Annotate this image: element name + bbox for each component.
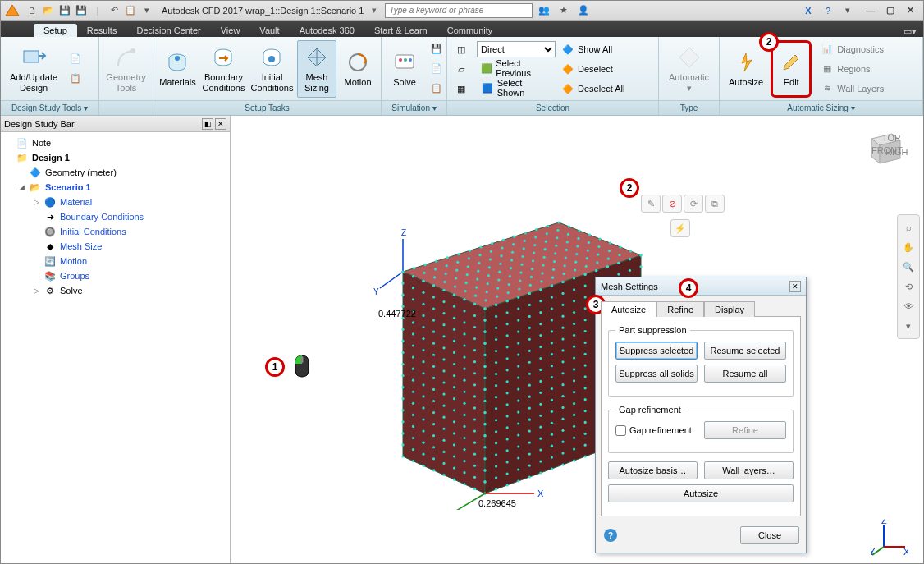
tab-results[interactable]: Results (77, 24, 127, 37)
add-update-design-button[interactable]: Add/Update Design (4, 40, 63, 98)
user-icon[interactable]: 👤 (577, 4, 590, 17)
deselect-button[interactable]: 🔶Deselect (557, 60, 636, 78)
tab-autodesk360[interactable]: Autodesk 360 (290, 24, 364, 37)
mesh-sizing-button[interactable]: Mesh Sizing (297, 40, 336, 98)
qat-saveall-icon[interactable]: 💾 (75, 4, 88, 17)
svg-point-86 (540, 280, 542, 282)
nav-zoom-icon[interactable]: 🔍 (901, 259, 916, 274)
ctx-group-icon[interactable]: ⧉ (705, 195, 725, 213)
ctx-bolt-icon[interactable]: ⚡ (670, 219, 690, 237)
solve-button[interactable]: Solve (385, 40, 424, 98)
view-cube[interactable]: TOP FRONT RIGHT (859, 122, 908, 172)
select-previous-button[interactable]: 🟩Select Previous (477, 59, 556, 77)
svg-point-337 (495, 384, 497, 387)
boundary-conditions-button[interactable]: Boundary Conditions (200, 40, 247, 98)
tree-ic[interactable]: 🔘Initial Conditions (1, 224, 230, 239)
gap-refinement-checkbox-label[interactable]: Gap refinement (615, 425, 698, 436)
tree-design[interactable]: 📁Design 1 (1, 150, 230, 165)
group-label-dst[interactable]: Design Study Tools ▾ (1, 100, 98, 115)
qat-save-icon[interactable]: 💾 (58, 4, 71, 17)
qat-dropdown-icon[interactable]: ▾ (140, 4, 153, 17)
suppress-all-button[interactable]: Suppress all solids (615, 365, 698, 383)
nav-lookat-icon[interactable]: 👁 (901, 299, 916, 314)
svg-point-374 (517, 410, 519, 413)
tab-view[interactable]: View (211, 24, 250, 37)
ctx-refresh-icon[interactable]: ⟳ (684, 195, 703, 213)
group-label-sim[interactable]: Simulation ▾ (382, 100, 446, 115)
nav-pan-icon[interactable]: ✋ (901, 240, 916, 254)
tree-geometry[interactable]: 🔷Geometry (meter) (1, 165, 230, 180)
bc-node-icon: ➜ (43, 210, 57, 223)
resume-all-button[interactable]: Resume all (704, 365, 786, 383)
group-label-autosizing[interactable]: Automatic Sizing ▾ (720, 100, 922, 115)
star-icon[interactable]: ★ (557, 4, 570, 17)
tree-motion[interactable]: 🔄Motion (1, 254, 230, 268)
initial-conditions-button[interactable]: Initial Conditions (249, 40, 295, 98)
tab-decision-center[interactable]: Decision Center (126, 24, 210, 37)
qat-clipboard-icon[interactable]: 📋 (124, 4, 137, 17)
edit-button[interactable]: Edit (771, 40, 812, 98)
title-dropdown-icon[interactable]: ▾ (372, 5, 377, 16)
dst-small-2[interactable]: 📋 (65, 70, 86, 88)
sim-small-3[interactable]: 📋 (426, 80, 447, 98)
help-dropdown-icon[interactable]: ▾ (841, 4, 854, 17)
sel-icon-1[interactable]: ◫ (451, 40, 472, 58)
panel-close-icon[interactable]: ✕ (215, 118, 226, 130)
deselect-all-button[interactable]: 🔶Deselect All (557, 80, 636, 98)
panel-float-icon[interactable]: ◧ (202, 118, 213, 130)
select-shown-button[interactable]: 🟦Select Shown (477, 79, 556, 97)
ribbon-pin-icon[interactable]: ▭▾ (897, 26, 923, 37)
dialog-close-button[interactable]: Close (740, 526, 799, 544)
tree-bc[interactable]: ➜Boundary Conditions (1, 209, 230, 224)
ctx-edit-icon[interactable]: ✎ (641, 195, 661, 213)
tree-groups[interactable]: 📚Groups (1, 268, 230, 283)
viewport-3d[interactable]: TOP FRONT RIGHT ⌕ ✋ 🔍 ⟲ 👁 ▾ Z Y (231, 116, 923, 563)
svg-text:TOP: TOP (882, 133, 900, 143)
sim-small-2[interactable]: 📄 (426, 60, 447, 78)
nav-more-icon[interactable]: ▾ (901, 319, 916, 333)
svg-point-108 (523, 247, 525, 250)
exchange-icon[interactable]: X (802, 4, 815, 17)
sel-icon-2[interactable]: ▱ (451, 60, 472, 78)
resume-selected-button[interactable]: Resume selected (704, 342, 786, 360)
autosize-basis-button[interactable]: Autosize basis… (608, 461, 698, 479)
qat-open-icon[interactable]: 📂 (42, 4, 55, 17)
dialog-tab-refine[interactable]: Refine (656, 301, 704, 317)
qat-undo-icon[interactable]: ↶ (107, 4, 121, 17)
materials-button[interactable]: Materials (157, 40, 199, 98)
tree-scenario[interactable]: ◢📂Scenario 1 (1, 180, 230, 195)
svg-point-349 (506, 323, 509, 325)
tab-community[interactable]: Community (437, 24, 503, 37)
wall-layers-btn[interactable]: Wall layers… (704, 461, 794, 479)
minimize-button[interactable]: — (861, 3, 881, 18)
tab-start-learn[interactable]: Start & Learn (364, 24, 437, 37)
motion-button[interactable]: Motion (338, 40, 377, 98)
tree-solve[interactable]: ▷⚙Solve (1, 283, 230, 298)
sel-icon-3[interactable]: ▦ (451, 80, 472, 98)
tree-note[interactable]: 📄Note (1, 135, 230, 150)
qat-new-icon[interactable]: 🗋 (25, 4, 39, 17)
nav-home-icon[interactable]: ⌕ (901, 220, 916, 235)
show-all-button[interactable]: 🔷Show All (557, 40, 636, 58)
tab-vault[interactable]: Vault (249, 24, 289, 37)
nav-orbit-icon[interactable]: ⟲ (901, 279, 916, 294)
maximize-button[interactable]: ▢ (881, 3, 900, 18)
dst-small-1[interactable]: 📄 (65, 50, 86, 68)
tree-material[interactable]: ▷🔵Material (1, 195, 230, 209)
selection-mode-select[interactable]: Direct (477, 41, 556, 57)
search-input[interactable] (385, 3, 533, 18)
community-icon[interactable]: 👥 (537, 4, 551, 17)
dialog-close-icon[interactable]: ✕ (789, 281, 801, 292)
ctx-remove-icon[interactable]: ⊘ (662, 195, 682, 213)
autosize-run-button[interactable]: Autosize (608, 484, 794, 502)
close-window-button[interactable]: ✕ (900, 3, 920, 18)
tree-mesh[interactable]: ◆Mesh Size (1, 239, 230, 254)
help-icon[interactable]: ? (821, 4, 835, 17)
dialog-tab-display[interactable]: Display (704, 301, 755, 317)
suppress-selected-button[interactable]: Suppress selected (615, 342, 698, 360)
tab-setup[interactable]: Setup (34, 24, 77, 37)
dialog-help-icon[interactable]: ? (604, 529, 617, 542)
gap-refinement-checkbox[interactable] (615, 425, 626, 436)
dialog-tab-autosize[interactable]: Autosize (601, 301, 656, 317)
sim-small-1[interactable]: 💾 (426, 40, 447, 58)
